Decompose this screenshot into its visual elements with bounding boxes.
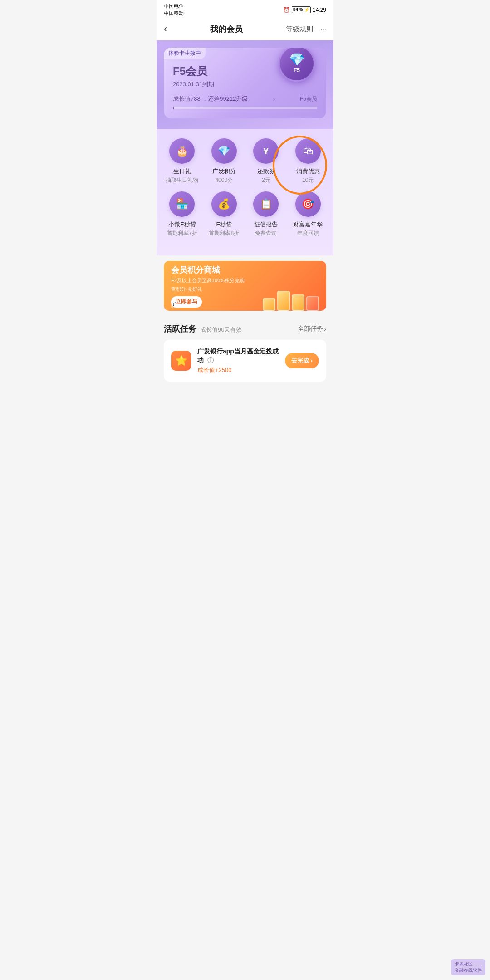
carnival-name: 财富嘉年华 xyxy=(293,220,323,229)
gift-box-4 xyxy=(306,296,319,311)
gift-box-1 xyxy=(263,298,275,311)
nav-right-actions: 等级规则 ··· xyxy=(286,25,326,34)
level-label-right: F5会员 xyxy=(300,95,317,103)
points-desc: 4000分 xyxy=(215,176,233,184)
growth-bar-fill xyxy=(173,107,174,109)
carnival-desc: 年度回馈 xyxy=(297,230,319,237)
benefits-row-1: 🎂 生日礼 抽取生日礼物 💎 广发积分 4000分 ¥ 还款券 2元 xyxy=(161,138,329,184)
charging-icon: ⚡ xyxy=(304,7,309,12)
member-badge: 💎 F5 xyxy=(276,48,317,84)
birthday-icon-wrapper: 🎂 xyxy=(169,138,195,164)
task-info-icon: ⓘ xyxy=(207,357,214,364)
repay-icon: ¥ xyxy=(264,147,269,156)
experience-badge: 体验卡生效中 xyxy=(164,48,206,59)
credit-name: 征信报告 xyxy=(254,220,278,229)
benefit-discount[interactable]: 🛍 消费优惠 10元 xyxy=(290,138,326,184)
time-display: 14:29 xyxy=(313,7,326,13)
repay-name: 还款券 xyxy=(257,167,275,176)
all-tasks-button[interactable]: 全部任务 › xyxy=(298,325,326,333)
benefit-points[interactable]: 💎 广发积分 4000分 xyxy=(206,138,242,184)
battery-level: 94 xyxy=(293,7,298,12)
discount-name: 消费优惠 xyxy=(296,167,320,176)
back-button[interactable]: ‹ xyxy=(164,23,167,35)
task-name: 广发银行app当月基金定投成功 ⓘ xyxy=(197,347,279,365)
task-complete-button[interactable]: 去完成 › xyxy=(285,353,319,368)
badge-circle: 💎 F5 xyxy=(279,48,315,82)
battery-indicator: 94 % ⚡ xyxy=(292,6,311,13)
tasks-title-group: 活跃任务 成长值90天有效 xyxy=(164,323,242,334)
micro-loan-name: 小微E秒贷 xyxy=(168,220,196,229)
repay-desc: 2元 xyxy=(262,176,270,184)
carrier1-label: 中国电信 xyxy=(164,3,184,10)
tasks-validity: 成长值90天有效 xyxy=(200,326,242,334)
benefit-micro-loan[interactable]: 🏪 小微E秒贷 首期利率7折 xyxy=(164,191,200,237)
tasks-section: 活跃任务 成长值90天有效 全部任务 › ⭐ 广发银行app当月基金定投成功 ⓘ… xyxy=(157,316,333,382)
status-right: ⏰ 94 % ⚡ 14:29 xyxy=(283,6,326,13)
discount-icon-wrapper: 🛍 xyxy=(295,138,321,164)
birthday-name: 生日礼 xyxy=(173,167,191,176)
more-menu-button[interactable]: ··· xyxy=(320,25,326,33)
growth-value: 成长值788 ，还差99212升级 xyxy=(173,95,248,103)
e-loan-icon-wrapper: 💰 xyxy=(211,191,237,217)
benefits-grid: 🎂 生日礼 抽取生日礼物 💎 广发积分 4000分 ¥ 还款券 2元 xyxy=(157,129,333,255)
tasks-header: 活跃任务 成长值90天有效 全部任务 › xyxy=(164,323,326,334)
banner-section: 会员积分商城 F2及以上会员至高100%积分兑购 查积分·兑好礼 立即参与 广 xyxy=(157,255,333,316)
repay-icon-wrapper: ¥ xyxy=(253,138,279,164)
alarm-icon: ⏰ xyxy=(283,7,290,13)
credit-icon-wrapper: 📋 xyxy=(253,191,279,217)
page-title: 我的会员 xyxy=(210,24,243,34)
carrier2-label: 中国移动 xyxy=(164,10,184,17)
benefit-e-loan[interactable]: 💰 E秒贷 首期利率8折 xyxy=(206,191,242,237)
benefit-birthday[interactable]: 🎂 生日礼 抽取生日礼物 xyxy=(164,138,200,184)
all-tasks-label: 全部任务 xyxy=(298,325,323,333)
gift-box-3 xyxy=(292,294,304,311)
benefits-row-2: 🏪 小微E秒贷 首期利率7折 💰 E秒贷 首期利率8折 📋 征信报告 免费查询 xyxy=(161,191,329,237)
discount-desc: 10元 xyxy=(302,176,314,184)
nav-bar: ‹ 我的会员 等级规则 ··· xyxy=(157,19,333,40)
micro-loan-desc: 首期利率7折 xyxy=(167,230,197,237)
gift-box-2 xyxy=(277,291,290,311)
e-loan-icon: 💰 xyxy=(218,198,230,210)
task-reward: 成长值+2500 xyxy=(197,366,279,374)
benefits-wrapper: 🎂 生日礼 抽取生日礼物 💎 广发积分 4000分 ¥ 还款券 2元 xyxy=(157,129,333,255)
chevron-right-icon: › xyxy=(324,325,326,333)
credit-desc: 免费查询 xyxy=(255,230,277,237)
carnival-icon: 🎯 xyxy=(302,198,314,210)
discount-icon: 🛍 xyxy=(303,145,313,157)
battery-percent: % xyxy=(299,7,303,12)
birthday-icon: 🎂 xyxy=(176,145,188,157)
benefit-credit-report[interactable]: 📋 征信报告 免费查询 xyxy=(248,191,284,237)
banner-title: 会员积分商城 xyxy=(171,265,319,275)
credit-icon: 📋 xyxy=(260,198,272,210)
task-item: ⭐ 广发银行app当月基金定投成功 ⓘ 成长值+2500 去完成 › xyxy=(164,340,326,382)
carrier-info: 中国电信 中国移动 xyxy=(164,3,184,17)
banner-illustration xyxy=(263,291,319,311)
growth-bar-container xyxy=(173,107,317,109)
growth-arrow: › xyxy=(273,95,275,103)
task-star-icon: ⭐ xyxy=(175,355,187,367)
badge-level-label: F5 xyxy=(294,67,300,74)
birthday-desc: 抽取生日礼物 xyxy=(166,176,198,184)
banner[interactable]: 会员积分商城 F2及以上会员至高100%积分兑购 查积分·兑好礼 立即参与 广 xyxy=(164,261,326,311)
status-bar: 中国电信 中国移动 ⏰ 94 % ⚡ 14:29 xyxy=(157,0,333,19)
carnival-icon-wrapper: 🎯 xyxy=(295,191,321,217)
tasks-title: 活跃任务 xyxy=(164,323,196,334)
banner-subtitle-1: F2及以上会员至高100%积分兑购 xyxy=(171,277,319,284)
level-rules-button[interactable]: 等级规则 xyxy=(286,25,313,34)
gem-icon: 💎 xyxy=(289,54,305,66)
member-card[interactable]: 体验卡生效中 💎 F5 F5会员 2023.01.31到期 成长值788 ，还差… xyxy=(164,48,326,118)
points-name: 广发积分 xyxy=(212,167,236,176)
benefit-repay-voucher[interactable]: ¥ 还款券 2元 xyxy=(248,138,284,184)
micro-loan-icon: 🏪 xyxy=(176,198,188,210)
purple-section: 体验卡生效中 💎 F5 F5会员 2023.01.31到期 成长值788 ，还差… xyxy=(157,40,333,129)
task-icon-bg: ⭐ xyxy=(171,351,191,371)
points-icon: 💎 xyxy=(218,145,230,157)
micro-loan-icon-wrapper: 🏪 xyxy=(169,191,195,217)
task-info: 广发银行app当月基金定投成功 ⓘ 成长值+2500 xyxy=(197,347,279,374)
ad-label: 广 xyxy=(171,301,179,308)
benefit-carnival[interactable]: 🎯 财富嘉年华 年度回馈 xyxy=(290,191,326,237)
points-icon-wrapper: 💎 xyxy=(211,138,237,164)
e-loan-name: E秒贷 xyxy=(216,220,232,229)
growth-info: 成长值788 ，还差99212升级 › F5会员 xyxy=(173,95,317,103)
e-loan-desc: 首期利率8折 xyxy=(209,230,239,237)
